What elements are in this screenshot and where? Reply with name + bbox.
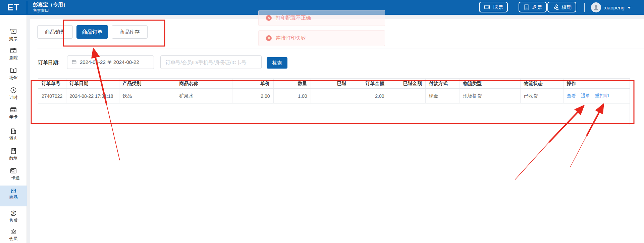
clock-icon <box>0 86 27 94</box>
ticket-yen-icon: ¥ <box>0 28 27 35</box>
sidebar-item-label: 酒店 <box>0 136 27 141</box>
col-refunded-amount: 已退金额 <box>388 79 425 89</box>
col-order-number: 订单单号 <box>38 79 66 89</box>
shopping-bag-icon <box>0 186 27 194</box>
annotation-arrow-refund-tail <box>515 142 549 179</box>
user-divider <box>584 3 585 12</box>
error-circle-icon: ✕ <box>266 35 272 41</box>
tab-goods-sales[interactable]: 商品销售 <box>37 25 73 39</box>
cell-actions: 查看退单重打印 <box>563 89 630 104</box>
sidebar-item-label: 售后 <box>0 218 27 224</box>
sidebar-item-members[interactable]: 会员 <box>0 227 27 243</box>
refund-order-link[interactable]: 退单 <box>581 93 590 98</box>
venue-icon <box>0 67 27 74</box>
cell-quantity: 1.00 <box>273 89 311 104</box>
sidebar-item-label: 商品 <box>0 195 27 200</box>
date-range-value: 2024-08-22 至 2024-08-22 <box>80 59 139 66</box>
date-range-input[interactable]: 2024-08-22 至 2024-08-22 <box>67 55 154 69</box>
col-order-date: 订单日期 <box>66 79 119 89</box>
sidebar-item-label: 教培 <box>0 156 27 161</box>
cell-order-amount: 2.00 <box>350 89 388 104</box>
search-input[interactable] <box>160 55 262 69</box>
cell-unit-price: 2.00 <box>232 89 273 104</box>
tab-goods-orders[interactable]: 商品订单 <box>76 25 108 39</box>
sidebar-item-annual-card[interactable]: 年 年卡 <box>0 105 27 125</box>
toast-message: 连接打印失败 <box>276 35 306 41</box>
sidebar-scrollbar[interactable] <box>27 15 30 243</box>
orders-table: 订单单号 订单日期 产品类别 商品名称 单价 数量 已退 订单金额 已退金额 付… <box>38 78 630 125</box>
toast-message: 打印配置不正确 <box>276 15 311 21</box>
tab-goods-inventory[interactable]: 商品库存 <box>112 25 148 39</box>
sidebar-item-theater[interactable]: 剧院 <box>0 46 27 66</box>
sidebar-item-label: 年卡 <box>0 114 27 120</box>
sidebar-item-label: 一卡通 <box>0 175 27 181</box>
cell-logistics-status: 已收货 <box>520 89 563 104</box>
svg-text:¥: ¥ <box>12 30 14 33</box>
col-logistics-status: 物流状态 <box>520 79 563 89</box>
sidebar-item-tickets[interactable]: ¥ 购票 <box>0 27 27 46</box>
calendar-icon <box>71 59 77 66</box>
card-reader-icon <box>0 167 27 175</box>
sidebar-item-label: 剧院 <box>0 55 27 61</box>
after-sales-icon: 售 <box>0 209 27 217</box>
caret-down-icon <box>628 7 631 9</box>
cell-payment-method: 现金 <box>425 89 460 104</box>
col-order-amount: 订单金额 <box>350 79 388 89</box>
user-avatar <box>591 2 601 12</box>
cell-product-category: 饮品 <box>119 89 176 104</box>
tab-label: 商品库存 <box>120 29 140 35</box>
cell-refunded <box>311 89 350 104</box>
topbar-divider <box>27 1 27 14</box>
svg-text:年: 年 <box>13 109 16 112</box>
sidebar-item-all-in-one-card[interactable]: 一卡通 <box>0 166 27 186</box>
error-circle-icon: ✕ <box>266 15 272 21</box>
view-link[interactable]: 查看 <box>567 93 576 98</box>
crown-icon <box>0 228 27 235</box>
refund-ticket-icon <box>523 4 530 10</box>
col-refunded: 已退 <box>311 79 350 89</box>
search-button[interactable]: 检索 <box>267 57 287 69</box>
sidebar-item-hotel[interactable]: 酒店 <box>0 127 27 146</box>
tab-label: 商品销售 <box>45 29 65 35</box>
search-button-label: 检索 <box>272 60 282 66</box>
sidebar-item-education[interactable]: 教培 <box>0 147 27 166</box>
user-menu[interactable]: xiaopeng <box>591 2 631 13</box>
toast-print-connect-error: ✕ 连接打印失败 <box>258 30 385 46</box>
order-date-label: 订单日期: <box>38 59 60 66</box>
col-actions: 操作 <box>563 79 630 89</box>
reprint-link[interactable]: 重打印 <box>595 93 609 98</box>
refund-ticket-button[interactable]: 退票 <box>519 2 547 12</box>
col-product-category: 产品类别 <box>119 79 176 89</box>
col-unit-price: 单价 <box>232 79 273 89</box>
sidebar-item-venue[interactable]: 场馆 <box>0 66 27 85</box>
cell-product-name: 矿泉水 <box>176 89 232 104</box>
tab-label: 商品订单 <box>82 29 102 35</box>
window-subtitle: 售票窗口 <box>33 8 68 13</box>
table-row: 27407022 2024-08-22 17:31:18 饮品 矿泉水 2.00… <box>38 89 630 104</box>
sidebar-item-after-sales[interactable]: 售 售后 <box>0 209 27 228</box>
section-divider <box>37 48 644 48</box>
theater-icon <box>0 47 27 54</box>
sidebar-item-goods[interactable]: 商品 <box>0 186 27 206</box>
hotel-icon <box>0 127 27 135</box>
annual-card-icon: 年 <box>0 106 27 114</box>
sidebar-item-label: 购票 <box>0 36 27 42</box>
window-title: 彭嘉宝（专用） 售票窗口 <box>33 1 68 13</box>
verify-icon <box>552 4 559 10</box>
user-name: xiaopeng <box>604 5 625 10</box>
sidebar-item-label: 计时 <box>0 95 27 100</box>
table-header-row: 订单单号 订单日期 产品类别 商品名称 单价 数量 已退 订单金额 已退金额 付… <box>38 79 630 89</box>
annotation-arrow-reprint-tail <box>570 136 587 167</box>
operator-title: 彭嘉宝（专用） <box>33 1 68 8</box>
verify-button[interactable]: 核销 <box>547 2 576 12</box>
cell-logistics-type: 现场提货 <box>460 89 520 104</box>
cell-order-number: 27407022 <box>38 89 66 104</box>
app-logo: ET <box>0 0 27 15</box>
content-left-border <box>37 19 37 243</box>
sidebar-item-timing[interactable]: 计时 <box>0 86 27 105</box>
pickup-ticket-button[interactable]: 取票 <box>479 2 508 12</box>
pickup-ticket-icon <box>484 4 491 10</box>
sidebar-item-label: 会员 <box>0 236 27 242</box>
col-quantity: 数量 <box>273 79 311 89</box>
sidebar-item-label: 场馆 <box>0 75 27 81</box>
